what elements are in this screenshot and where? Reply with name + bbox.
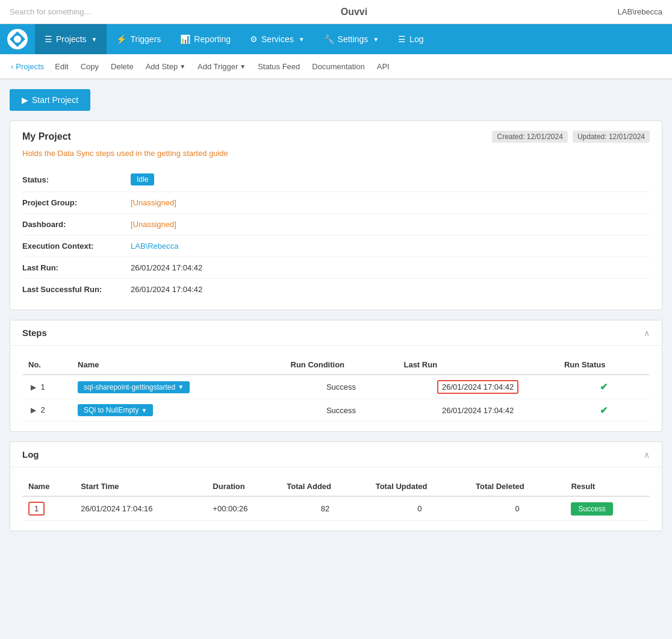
run-status-ok: ✔ bbox=[600, 405, 608, 416]
project-dates: Created: 12/01/2024 Updated: 12/01/2024 bbox=[492, 131, 650, 143]
steps-collapse-icon[interactable]: ∧ bbox=[644, 328, 650, 338]
svg-point-1 bbox=[14, 36, 21, 43]
search-placeholder[interactable]: Search for something... bbox=[10, 7, 90, 16]
settings-arrow: ▼ bbox=[373, 36, 379, 43]
services-icon: ⚙ bbox=[250, 34, 258, 44]
log-col-start-time: Start Time bbox=[75, 477, 207, 496]
project-group-label: Project Group: bbox=[22, 198, 131, 207]
breadcrumb-projects[interactable]: ‹ Projects bbox=[7, 60, 48, 73]
log-body: Name Start Time Duration Total Added Tot… bbox=[10, 467, 662, 531]
log-result: Success bbox=[565, 496, 650, 521]
breadcrumb-documentation[interactable]: Documentation bbox=[307, 60, 369, 73]
steps-last-run: 26/01/2024 17:04:42 bbox=[397, 399, 558, 422]
project-group-value[interactable]: [Unassigned] bbox=[131, 198, 176, 207]
nav-reporting[interactable]: 📊 Reporting bbox=[170, 24, 240, 54]
services-arrow: ▼ bbox=[299, 36, 305, 43]
project-header: My Project Created: 12/01/2024 Updated: … bbox=[22, 131, 650, 143]
steps-run-status: ✔ bbox=[558, 375, 650, 399]
nav-bar: ☰ Projects ▼ ⚡ Triggers 📊 Reporting ⚙ Se… bbox=[0, 24, 672, 54]
log-id-badge[interactable]: 1 bbox=[28, 502, 45, 516]
step-badge[interactable]: sql-sharepoint-gettingstarted ▼ bbox=[78, 381, 190, 393]
breadcrumb-delete[interactable]: Delete bbox=[106, 60, 138, 73]
start-icon: ▶ bbox=[22, 95, 28, 105]
last-run-label: Last Run: bbox=[22, 263, 131, 272]
project-title: My Project bbox=[22, 131, 71, 142]
app-title: Ouvvi bbox=[341, 7, 367, 17]
steps-title: Steps bbox=[22, 328, 47, 338]
add-step-arrow: ▼ bbox=[179, 63, 185, 70]
last-successful-run-row: Last Successful Run: 26/01/2024 17:04:42 bbox=[22, 279, 650, 300]
project-card: My Project Created: 12/01/2024 Updated: … bbox=[10, 120, 662, 310]
nav-triggers[interactable]: ⚡ Triggers bbox=[107, 24, 170, 54]
step-badge[interactable]: SQl to NullEmpty ▼ bbox=[78, 404, 153, 416]
breadcrumb-back-arrow: ‹ bbox=[11, 62, 13, 71]
created-badge: Created: 12/01/2024 bbox=[492, 131, 567, 143]
run-status-ok: ✔ bbox=[600, 382, 608, 392]
breadcrumb-add-step[interactable]: Add Step ▼ bbox=[141, 60, 190, 73]
execution-context-label: Execution Context: bbox=[22, 242, 131, 251]
bc-status-feed-label: Status Feed bbox=[258, 62, 300, 71]
log-col-total-deleted: Total Deleted bbox=[470, 477, 565, 496]
step-badge-arrow: ▼ bbox=[178, 384, 184, 390]
step-badge-arrow: ▼ bbox=[141, 407, 147, 414]
nav-settings-label: Settings bbox=[338, 34, 369, 44]
bc-add-trigger-label: Add Trigger bbox=[198, 62, 238, 71]
nav-projects-label: Projects bbox=[56, 34, 87, 44]
last-run-value: 26/01/2024 17:04:42 bbox=[131, 263, 202, 272]
status-label: Status: bbox=[22, 175, 131, 184]
breadcrumb-copy[interactable]: Copy bbox=[76, 60, 104, 73]
log-name: 1 bbox=[22, 496, 75, 521]
breadcrumb-edit[interactable]: Edit bbox=[50, 60, 73, 73]
last-run-row: Last Run: 26/01/2024 17:04:42 bbox=[22, 257, 650, 279]
add-trigger-arrow: ▼ bbox=[240, 63, 246, 70]
projects-icon: ☰ bbox=[45, 34, 52, 44]
status-badge: Idle bbox=[131, 173, 154, 185]
nav-settings[interactable]: 🔧 Settings ▼ bbox=[314, 24, 389, 54]
log-total-deleted: 0 bbox=[470, 496, 565, 521]
expand-button[interactable]: ▶ bbox=[28, 405, 39, 416]
start-label: Start Project bbox=[32, 95, 78, 105]
steps-section: Steps ∧ No. Name Run Condition Last Run … bbox=[10, 320, 662, 432]
steps-run-condition: Success bbox=[285, 375, 398, 399]
steps-col-run-condition: Run Condition bbox=[285, 355, 398, 375]
steps-col-last-run: Last Run bbox=[397, 355, 558, 375]
breadcrumb-add-trigger[interactable]: Add Trigger ▼ bbox=[193, 60, 250, 73]
nav-reporting-label: Reporting bbox=[194, 34, 231, 44]
steps-run-status: ✔ bbox=[558, 399, 650, 422]
project-group-row: Project Group: [Unassigned] bbox=[22, 192, 650, 214]
dashboard-value[interactable]: [Unassigned] bbox=[131, 220, 176, 229]
nav-services[interactable]: ⚙ Services ▼ bbox=[240, 24, 314, 54]
last-successful-run-label: Last Successful Run: bbox=[22, 285, 131, 294]
breadcrumb-api[interactable]: API bbox=[372, 60, 394, 73]
steps-col-name: Name bbox=[72, 355, 284, 375]
nav-services-label: Services bbox=[261, 34, 294, 44]
nav-log-label: Log bbox=[409, 34, 423, 44]
execution-context-row: Execution Context: LAB\Rebecca bbox=[22, 235, 650, 257]
breadcrumb-status-feed[interactable]: Status Feed bbox=[253, 60, 305, 73]
bc-delete-label: Delete bbox=[111, 62, 134, 71]
steps-name: SQl to NullEmpty ▼ bbox=[72, 399, 284, 422]
execution-context-value[interactable]: LAB\Rebecca bbox=[131, 242, 179, 251]
table-row: ▶ 1 sql-sharepoint-gettingstarted ▼ Succ… bbox=[22, 375, 650, 399]
log-total-added: 82 bbox=[281, 496, 369, 521]
log-section: Log ∧ Name Start Time Duration Total Add… bbox=[10, 441, 662, 531]
start-project-button[interactable]: ▶ Start Project bbox=[10, 89, 90, 111]
log-col-result: Result bbox=[565, 477, 650, 496]
nav-triggers-label: Triggers bbox=[130, 34, 161, 44]
log-collapse-icon[interactable]: ∧ bbox=[644, 450, 650, 460]
steps-run-condition: Success bbox=[285, 399, 398, 422]
log-header[interactable]: Log ∧ bbox=[10, 442, 662, 467]
steps-header[interactable]: Steps ∧ bbox=[10, 320, 662, 346]
nav-log[interactable]: ☰ Log bbox=[388, 24, 433, 54]
log-duration: +00:00:26 bbox=[207, 496, 281, 521]
bc-documentation-label: Documentation bbox=[312, 62, 364, 71]
nav-projects[interactable]: ☰ Projects ▼ bbox=[35, 24, 107, 54]
log-col-duration: Duration bbox=[207, 477, 281, 496]
steps-last-run: 26/01/2024 17:04:42 bbox=[397, 375, 558, 399]
top-bar: Search for something... Ouvvi LAB\rebecc… bbox=[0, 0, 672, 24]
bc-copy-label: Copy bbox=[81, 62, 99, 71]
user-label: LAB\rebecca bbox=[618, 7, 662, 16]
expand-button[interactable]: ▶ bbox=[28, 382, 39, 393]
log-title: Log bbox=[22, 449, 39, 460]
project-description: Holds the Data Sync steps used in the ge… bbox=[22, 149, 650, 158]
